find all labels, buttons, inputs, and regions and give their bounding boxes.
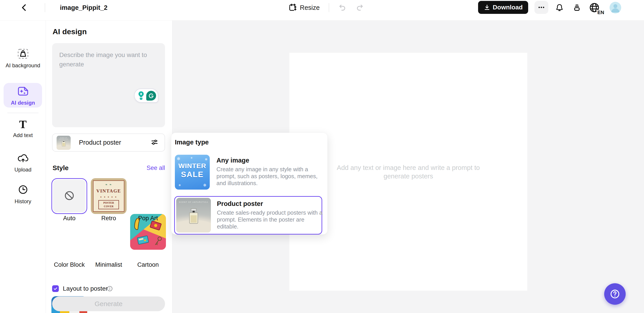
person-icon (610, 2, 621, 14)
download-icon (484, 4, 490, 11)
undo-button[interactable] (336, 2, 348, 13)
add-text-icon: T (19, 119, 26, 130)
ai-background-icon (18, 48, 28, 60)
layout-to-poster-checkbox[interactable] (52, 285, 59, 292)
snowflake-icon: ❄ (190, 156, 192, 160)
app-root: Add any text or image here and write a p… (0, 0, 644, 313)
see-all-link[interactable]: See all (146, 164, 165, 172)
document-title: image_Pippit_20 (60, 4, 108, 12)
chevron-left-icon (20, 3, 28, 12)
ai-design-icon (17, 86, 29, 97)
image-type-selector[interactable]: SCENT OF ANTARCTICA Product poster (52, 134, 165, 152)
style-label-color-block: Color Block (50, 261, 89, 268)
language-label: EN (596, 10, 604, 15)
suggestion-lightbulb-icon (137, 90, 146, 101)
language-button[interactable]: EN (588, 2, 602, 14)
sidebar-divider (8, 113, 38, 113)
sidebar-item-add-text[interactable]: T Add text (0, 119, 46, 138)
bell-icon (555, 3, 564, 12)
more-options-button[interactable] (534, 1, 548, 14)
image-type-popup: Image type ❄ ❄ ❄ ❄ ❄ WINTER SALE Any ima… (171, 132, 328, 234)
panel-title: AI design (52, 27, 87, 36)
undo-icon (338, 3, 346, 12)
style-label-pop-art: Pop Art (128, 215, 168, 222)
option-title: Product poster (217, 200, 263, 208)
grammarly-icon (146, 91, 156, 100)
style-label-cartoon: Cartoon (128, 261, 168, 268)
retro-box-text: POSTER COVER (98, 200, 119, 209)
sidebar-item-ai-design-inner: AI design (0, 86, 46, 106)
sidebar-item-label: AI design (11, 99, 35, 106)
sidebar-item-label: Upload (14, 166, 31, 173)
image-type-selected-label: Product poster (79, 139, 121, 146)
grammarly-widget[interactable] (134, 88, 158, 102)
sidebar-item-ai-background[interactable]: AI background (0, 48, 46, 69)
image-type-option-any-image[interactable]: ❄ ❄ ❄ ❄ ❄ WINTER SALE Any image Create a… (174, 154, 325, 190)
upload-icon (17, 153, 29, 164)
sidebar-item-history[interactable]: History (0, 184, 46, 205)
style-heading: Style (52, 164, 69, 172)
sidebar-item-ai-design[interactable]: AI design (4, 83, 42, 108)
image-type-option-product-poster[interactable]: SCENT OF ANTARCTICA Product poster Creat… (174, 196, 322, 234)
any-image-thumbnail: ❄ ❄ ❄ ❄ ❄ WINTER SALE (175, 155, 210, 190)
sidebar-item-label: Add text (13, 132, 33, 138)
sidebar-item-label: AI background (6, 62, 40, 69)
retro-ornament: ❧ ❧ (105, 183, 112, 186)
back-button[interactable] (19, 2, 30, 13)
download-button[interactable]: Download (478, 1, 528, 14)
sidebar: AI background AI design T Add text (0, 20, 46, 313)
snowflake-icon: ❄ (203, 183, 206, 188)
sidebar-item-upload[interactable]: Upload (0, 153, 46, 173)
resize-button[interactable]: Resize (288, 1, 320, 14)
sliders-icon (151, 138, 158, 147)
snowflake-icon: ❄ (177, 156, 180, 162)
product-poster-thumbnail-large: SCENT OF ANTARCTICA (176, 198, 211, 232)
stack-icon (573, 3, 581, 12)
style-tile-auto[interactable] (52, 178, 87, 214)
product-poster-thumbnail: SCENT OF ANTARCTICA (56, 136, 71, 150)
prompt-input[interactable] (52, 43, 165, 127)
avatar[interactable] (610, 2, 621, 14)
style-label-auto: Auto (50, 215, 89, 222)
check-icon (53, 286, 58, 291)
info-icon[interactable] (107, 286, 113, 293)
question-icon (609, 288, 620, 300)
spaces-button[interactable] (572, 2, 582, 13)
topbar-divider (329, 3, 329, 12)
redo-button[interactable] (354, 2, 366, 13)
style-label-minimalist: Minimalist (89, 261, 128, 268)
prompt-box (52, 43, 165, 127)
style-label-retro: Retro (89, 215, 128, 222)
topbar: image_Pippit_20 Resize (0, 0, 644, 20)
option-title: Any image (216, 157, 249, 164)
topbar-divider (45, 3, 45, 12)
option-description: Create sales-ready product posters with … (217, 209, 326, 230)
option-description: Create any image in any style with a pro… (216, 166, 326, 187)
layout-to-poster-label: Layout to poster (63, 285, 108, 292)
snowflake-icon: ❄ (178, 184, 181, 187)
popup-title: Image type (175, 138, 209, 146)
help-button[interactable] (604, 283, 626, 305)
snowflake-icon: ❄ (204, 158, 208, 162)
style-tile-retro[interactable]: ❧ ❧ VINTAGE ★ ★ ★ ★ ★ POSTER COVER (91, 178, 126, 214)
ellipsis-icon (537, 3, 546, 12)
history-icon (18, 184, 28, 196)
none-icon (64, 190, 75, 202)
sidebar-item-label: History (14, 198, 31, 205)
notifications-button[interactable] (554, 2, 565, 13)
generate-button[interactable]: Generate (52, 296, 165, 311)
redo-icon (356, 3, 364, 12)
resize-icon (288, 3, 297, 12)
retro-title-text: VINTAGE (96, 188, 121, 194)
